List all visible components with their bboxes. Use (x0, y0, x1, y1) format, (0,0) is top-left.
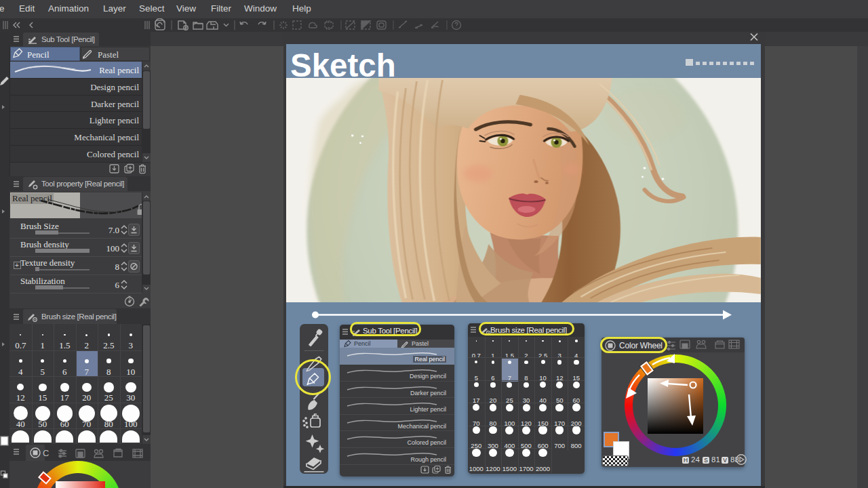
svg-text:C: C (43, 448, 49, 458)
